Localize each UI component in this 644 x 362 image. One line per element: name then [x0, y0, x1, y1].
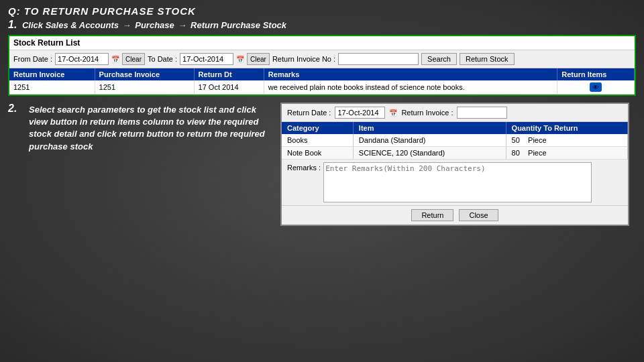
- table-row: 1251 1251 17 Oct 2014 we received plain …: [9, 80, 635, 95]
- from-date-input[interactable]: [55, 53, 109, 65]
- td-return-dt: 17 Oct 2014: [194, 80, 264, 95]
- dtd-item-1: Dandana (Standard): [353, 134, 506, 147]
- to-date-label: To Date :: [148, 55, 177, 63]
- table-header-row: Return Invoice Purchase Invoice Return D…: [9, 68, 635, 80]
- filter-row: From Date : 📅 Clear To Date : 📅 Clear Re…: [9, 50, 635, 68]
- invoice-label: Return Invoice No :: [272, 55, 335, 63]
- remarks-row: Remarks :: [282, 160, 628, 205]
- dialog-header-row: Return Date : 📅 Return Invoice :: [282, 104, 628, 122]
- stock-return-table: Return Invoice Purchase Invoice Return D…: [9, 68, 635, 95]
- clear2-button[interactable]: Clear: [247, 53, 270, 65]
- dialog-footer: Return Close: [282, 205, 628, 225]
- td-remarks: we received plain note books instead of …: [264, 80, 557, 95]
- detail-dialog: Return Date : 📅 Return Invoice : Categor…: [280, 103, 629, 226]
- step1-part2: Purchase: [135, 20, 174, 30]
- page-wrapper: Q: TO RETURN PURCHASE STOCK 1. Click Sal…: [0, 0, 644, 362]
- step1-arrow2: →: [178, 20, 186, 30]
- dtd-category-1: Books: [282, 134, 353, 147]
- dialog-table-row: Note Book SCIENCE, 120 (Standard) 80 Pie…: [282, 147, 628, 160]
- step2-num: 2.: [8, 103, 25, 115]
- return-stock-button[interactable]: Return Stock: [460, 53, 515, 65]
- dialog-table-header: Category Item Quantity To Return: [282, 122, 628, 134]
- th-return-invoice: Return Invoice: [9, 68, 95, 80]
- dtd-qty-2: 80 Piece: [506, 147, 627, 160]
- from-date-label: From Date :: [13, 55, 52, 63]
- step1-arrow1: →: [123, 20, 131, 30]
- main-title: Q: TO RETURN PURCHASE STOCK: [8, 5, 636, 17]
- dtd-item-2: SCIENCE, 120 (Standard): [353, 147, 506, 160]
- from-calendar-icon[interactable]: 📅: [111, 56, 119, 63]
- dth-item: Item: [353, 122, 506, 134]
- th-purchase-invoice: Purchase Invoice: [95, 68, 194, 80]
- th-remarks: Remarks: [264, 68, 557, 80]
- clear1-button[interactable]: Clear: [122, 53, 145, 65]
- step1-click-text: Click Sales & Accounts: [22, 20, 119, 30]
- step1-part3: Return Purchase Stock: [191, 20, 286, 30]
- step2-text: Select search parameters to get the stoc…: [29, 104, 274, 153]
- step1-num: 1.: [8, 19, 17, 30]
- th-return-items: Return Items: [557, 68, 635, 80]
- td-return-invoice: 1251: [9, 80, 95, 95]
- return-invoice-input[interactable]: [457, 107, 507, 119]
- to-calendar-icon[interactable]: 📅: [236, 56, 244, 63]
- th-return-dt: Return Dt: [194, 68, 264, 80]
- dtd-category-2: Note Book: [282, 147, 353, 160]
- return-date-label: Return Date :: [287, 109, 331, 117]
- stock-return-panel: Stock Return List From Date : 📅 Clear To…: [8, 35, 636, 96]
- step1-text: 1. Click Sales & Accounts → Purchase → R…: [8, 19, 636, 31]
- return-invoice-label: Return Invoice :: [401, 109, 453, 117]
- panel-header: Stock Return List: [9, 36, 635, 50]
- dialog-table: Category Item Quantity To Return Books D…: [282, 122, 628, 160]
- return-date-input[interactable]: [335, 107, 385, 119]
- dth-qty: Quantity To Return: [506, 122, 627, 134]
- dialog-calendar-icon[interactable]: 📅: [389, 109, 397, 117]
- td-purchase-invoice: 1251: [95, 80, 194, 95]
- view-button[interactable]: [590, 82, 602, 92]
- dialog-table-row: Books Dandana (Standard) 50 Piece: [282, 134, 628, 147]
- dth-category: Category: [282, 122, 353, 134]
- to-date-input[interactable]: [180, 53, 233, 65]
- close-button[interactable]: Close: [459, 209, 498, 221]
- return-button[interactable]: Return: [411, 209, 453, 221]
- td-return-items: [557, 80, 635, 95]
- step2-section: 2. Select search parameters to get the s…: [8, 103, 636, 226]
- search-button[interactable]: Search: [421, 53, 457, 65]
- step2-left: 2. Select search parameters to get the s…: [8, 103, 274, 153]
- title-section: Q: TO RETURN PURCHASE STOCK 1. Click Sal…: [8, 5, 636, 31]
- dtd-qty-1: 50 Piece: [506, 134, 627, 147]
- invoice-input[interactable]: [338, 53, 419, 65]
- remarks-textarea[interactable]: [323, 162, 592, 202]
- remarks-label: Remarks :: [287, 164, 321, 172]
